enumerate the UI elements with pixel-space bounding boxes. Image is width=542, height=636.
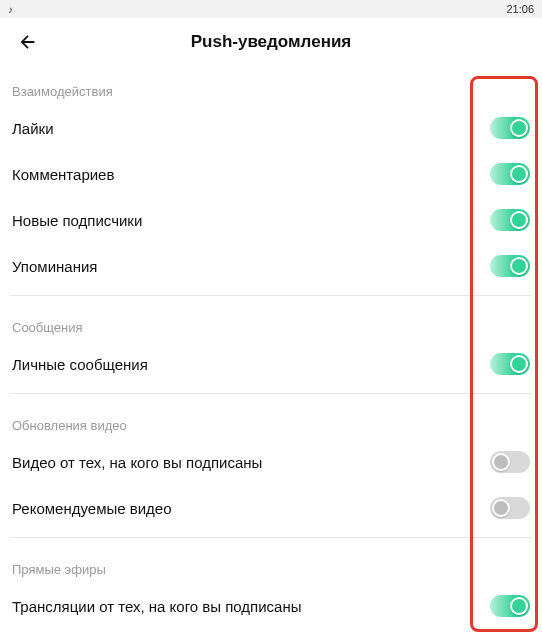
setting-row: Видео от тех, на кого вы подписаны xyxy=(10,439,532,485)
back-button[interactable] xyxy=(12,26,44,58)
settings-list: ВзаимодействияЛайкиКомментариевНовые под… xyxy=(0,66,542,629)
divider xyxy=(10,295,532,296)
toggle-recommended-videos[interactable] xyxy=(490,497,530,519)
toggle-knob xyxy=(510,165,528,183)
divider xyxy=(10,393,532,394)
section-title: Сообщения xyxy=(10,302,532,341)
page-title: Push-уведомления xyxy=(0,32,542,52)
toggle-knob xyxy=(492,499,510,517)
setting-row: Личные сообщения xyxy=(10,341,532,387)
toggle-videos-from-following[interactable] xyxy=(490,451,530,473)
toggle-knob xyxy=(510,257,528,275)
toggle-knob xyxy=(510,355,528,373)
toggle-knob xyxy=(492,453,510,471)
status-bar: ♪ 21:06 xyxy=(0,0,542,18)
setting-row: Рекомендуемые видео xyxy=(10,485,532,531)
toggle-new-followers[interactable] xyxy=(490,209,530,231)
setting-row: Лайки xyxy=(10,105,532,151)
arrow-left-icon xyxy=(17,31,39,53)
setting-row: Комментариев xyxy=(10,151,532,197)
toggle-knob xyxy=(510,211,528,229)
status-time: 21:06 xyxy=(506,3,534,15)
divider xyxy=(10,537,532,538)
setting-label: Упоминания xyxy=(12,258,490,275)
toggle-live-from-following[interactable] xyxy=(490,595,530,617)
setting-row: Упоминания xyxy=(10,243,532,289)
toggle-comments[interactable] xyxy=(490,163,530,185)
music-note-icon: ♪ xyxy=(8,4,13,15)
section-title: Обновления видео xyxy=(10,400,532,439)
setting-label: Трансляции от тех, на кого вы подписаны xyxy=(12,598,490,615)
setting-row: Новые подписчики xyxy=(10,197,532,243)
section-title: Взаимодействия xyxy=(10,66,532,105)
setting-label: Личные сообщения xyxy=(12,356,490,373)
setting-row: Трансляции от тех, на кого вы подписаны xyxy=(10,583,532,629)
setting-label: Комментариев xyxy=(12,166,490,183)
setting-label: Рекомендуемые видео xyxy=(12,500,490,517)
toggle-mentions[interactable] xyxy=(490,255,530,277)
section-title: Прямые эфиры xyxy=(10,544,532,583)
toggle-knob xyxy=(510,119,528,137)
setting-label: Новые подписчики xyxy=(12,212,490,229)
header: Push-уведомления xyxy=(0,18,542,66)
setting-label: Лайки xyxy=(12,120,490,137)
toggle-knob xyxy=(510,597,528,615)
toggle-direct-messages[interactable] xyxy=(490,353,530,375)
toggle-likes[interactable] xyxy=(490,117,530,139)
setting-label: Видео от тех, на кого вы подписаны xyxy=(12,454,490,471)
